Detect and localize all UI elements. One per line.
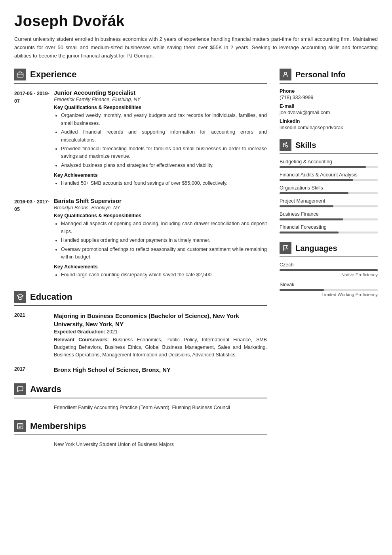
skill-name-3: Project Management	[280, 198, 378, 204]
education-title: Education	[30, 292, 72, 302]
skills-icon	[280, 139, 291, 151]
skills-title: Skills	[295, 141, 316, 150]
edu-grad-label-1: Expected Graduation:	[54, 329, 105, 335]
right-column: Personal Info Phone (718) 333-9999 E-mai…	[280, 69, 378, 457]
skill-bar-fill-3	[280, 205, 333, 207]
lang-name-0: Czech	[280, 262, 378, 268]
linkedin-label: LinkedIn	[280, 119, 378, 124]
edu-coursework-label-1: Relevant Coursework:	[54, 337, 109, 343]
skill-item-1: Financial Audits & Account Analysis	[280, 172, 378, 181]
skill-bar-bg-5	[280, 232, 378, 233]
edu-grad-1: Expected Graduation: 2021	[54, 329, 267, 335]
skills-svg	[282, 142, 289, 149]
job-qual-title-2: Key Qualifications & Responsibilities	[54, 213, 267, 218]
summary-text: Current university student enrolled in b…	[14, 35, 378, 60]
personal-info-header: Personal Info	[280, 69, 378, 84]
languages-header: Languages	[280, 242, 378, 257]
svg-point-10	[286, 145, 288, 147]
skill-item-4: Business Finance	[280, 211, 378, 220]
linkedin-value: linkedin.com/in/josephdvorak	[280, 125, 378, 130]
skill-bar-fill-5	[280, 232, 339, 233]
personal-info-section: Personal Info Phone (718) 333-9999 E-mai…	[280, 69, 378, 130]
job-company-2: Brooklyn Beans, Brooklyn, NY	[54, 205, 267, 211]
skill-bar-fill-0	[280, 166, 366, 168]
personal-info-icon	[280, 69, 291, 80]
skill-name-1: Financial Audits & Account Analysis	[280, 172, 378, 178]
personal-info-title: Personal Info	[295, 70, 346, 79]
svg-point-9	[284, 143, 285, 145]
skill-bar-fill-1	[280, 179, 353, 181]
job-ach-list-2: Found large cash-counting discrepancy wh…	[54, 271, 267, 279]
memberships-icon	[14, 420, 26, 432]
edu-item-2: 2017 Bronx High School of Science, Bronx…	[14, 366, 267, 375]
skill-bar-bg-0	[280, 166, 378, 168]
education-header: Education	[14, 291, 267, 306]
person-svg	[282, 71, 289, 78]
edu-grad-year-1: 2021	[107, 329, 118, 335]
job-dates-1: 2017-05 - 2019-07	[14, 89, 54, 190]
awards-section: Awards Friendliest Family Accounting Pra…	[14, 383, 267, 411]
job-company-1: Frederick Family Finance, Flushing, NY	[54, 97, 267, 102]
job-dates-2: 2016-03 - 2017-05	[14, 197, 54, 282]
skill-item-5: Financial Forecasting	[280, 224, 378, 233]
edu-item-1: 2021 Majoring in Business Economics (Bac…	[14, 312, 267, 359]
job-ach-title-2: Key Achievements	[54, 264, 267, 270]
email-value: joe.dvorak@gmail.com	[280, 110, 378, 115]
memberships-header: Memberships	[14, 420, 267, 435]
lang-bar-fill-1	[280, 289, 324, 291]
skill-name-4: Business Finance	[280, 211, 378, 217]
memberships-content: New York University Student Union of Bus…	[14, 441, 267, 448]
lang-name-1: Slovak	[280, 282, 378, 287]
awards-content: Friendliest Family Accounting Practice (…	[14, 404, 267, 411]
job-ach-list-1: Handled 50+ SMB accounts and found savin…	[54, 180, 267, 187]
awards-svg	[17, 386, 24, 393]
edu-year-2: 2017	[14, 366, 54, 375]
lang-bar-fill-0	[280, 269, 378, 271]
awards-header: Awards	[14, 383, 267, 398]
job-qual-list-1: Organized weekly, monthly, and yearly bu…	[54, 112, 267, 169]
left-column: Experience 2017-05 - 2019-07 Junior Acco…	[14, 69, 267, 457]
languages-icon	[280, 242, 291, 254]
skills-section: Skills Budgeting & Accounting Financial …	[280, 139, 378, 233]
awards-title: Awards	[30, 384, 61, 394]
job-qual-title-1: Key Qualifications & Responsibilities	[54, 105, 267, 110]
edu-content-1: Majoring in Business Economics (Bachelor…	[54, 312, 267, 359]
skill-bar-bg-4	[280, 218, 378, 220]
skill-bar-fill-2	[280, 192, 348, 194]
experience-header: Experience	[14, 69, 267, 84]
edu-year-1: 2021	[14, 312, 54, 359]
education-section: Education 2021 Majoring in Business Econ…	[14, 291, 267, 375]
job-content-1: Junior Accounting Specialist Frederick F…	[54, 89, 267, 190]
email-label: E-mail	[280, 103, 378, 109]
languages-title: Languages	[295, 244, 337, 253]
skill-item-0: Budgeting & Accounting	[280, 159, 378, 168]
skill-name-0: Budgeting & Accounting	[280, 159, 378, 165]
lang-bar-bg-1	[280, 289, 378, 291]
skill-bar-bg-2	[280, 192, 378, 194]
job-ach-title-1: Key Achievements	[54, 172, 267, 178]
lang-bar-bg-0	[280, 269, 378, 271]
phone-value: (718) 333-9999	[280, 95, 378, 100]
edu-content-2: Bronx High School of Science, Bronx, NY	[54, 366, 267, 375]
experience-section: Experience 2017-05 - 2019-07 Junior Acco…	[14, 69, 267, 282]
skill-name-2: Organizations Skills	[280, 185, 378, 191]
experience-title: Experience	[30, 69, 76, 80]
graduation-svg	[17, 293, 24, 300]
job-title-2: Barista Shift Supervisor	[54, 197, 267, 204]
candidate-name: Joseph Dvořák	[14, 13, 378, 30]
list-item: Managed all aspects of opening and closi…	[61, 220, 267, 235]
skills-header: Skills	[280, 139, 378, 154]
skill-bar-bg-1	[280, 179, 378, 181]
skill-name-5: Financial Forecasting	[280, 224, 378, 230]
languages-svg	[282, 245, 289, 252]
briefcase-svg	[17, 71, 24, 78]
svg-line-11	[285, 145, 286, 145]
list-item: Provided financial forecasting models fo…	[61, 145, 267, 161]
list-item: Organized weekly, monthly, and yearly bu…	[61, 112, 267, 127]
skill-item-3: Project Management	[280, 198, 378, 207]
languages-section: Languages Czech Native Proficiency Slova…	[280, 242, 378, 297]
lang-item-0: Czech Native Proficiency	[280, 262, 378, 277]
edu-coursework-1: Relevant Coursework: Business Economics,…	[54, 336, 267, 359]
memberships-section: Memberships New York University Student …	[14, 420, 267, 448]
lang-item-1: Slovak Limited Working Proficiency	[280, 282, 378, 297]
